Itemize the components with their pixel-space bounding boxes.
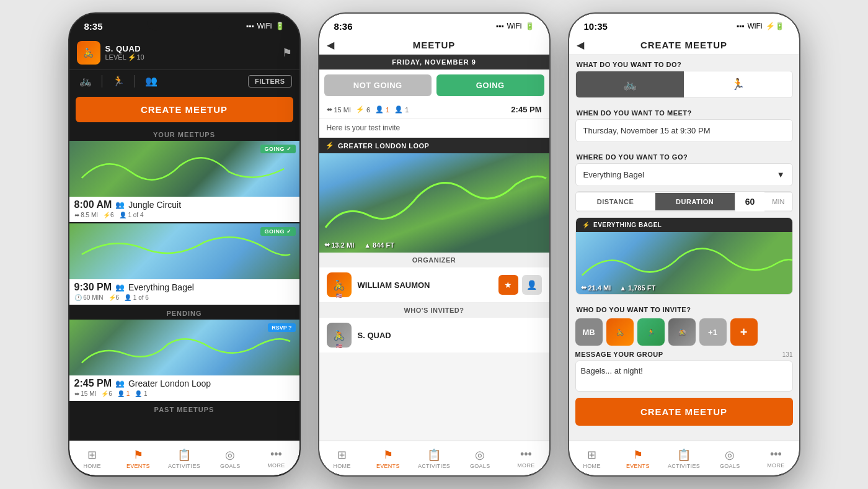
invite-av-p1[interactable]: 🚴 (606, 318, 634, 346)
invite-add-button[interactable]: + (730, 318, 758, 346)
invited-flag: 🇺🇸 (336, 343, 342, 349)
group-filter-icon[interactable]: 👥 (143, 74, 160, 88)
p2-action-row: NOT GOING GOING (319, 70, 549, 101)
divider-1 (102, 75, 102, 87)
home-icon-1: ⊞ (87, 448, 97, 462)
run-activity-btn[interactable]: 🏃 (684, 71, 792, 97)
p1-scroll[interactable]: YOUR MEETUPS 🚴 Tomorrow GOING ✓ (69, 127, 299, 441)
run-filter-icon[interactable]: 🏃 (110, 74, 127, 88)
nav-goals-2[interactable]: ◎ GOALS (457, 441, 503, 475)
detail-attendees-black: 👤 1 (394, 105, 409, 114)
stat-spots-jungle: 👤 1 of 4 (119, 212, 144, 218)
filters-button[interactable]: FILTERS (248, 75, 292, 87)
phone-1: 8:35 ▪▪▪ WiFi 🔋 🚴 S. QUAD LEVEL ⚡10 (68, 12, 301, 477)
create-meetup-button-1[interactable]: CREATE MEETUP (76, 97, 293, 122)
bottom-nav-3: ⊞ HOME ⚑ EVENTS 📋 ACTIVITIES ◎ GOALS ••• (569, 441, 799, 475)
nav-activities-3[interactable]: 📋 ACTIVITIES (661, 441, 707, 475)
nav-events-2[interactable]: ⚑ EVENTS (365, 441, 411, 475)
avatar-img-1: 🚴 (77, 41, 100, 65)
people-icon-london: 👥 (115, 379, 125, 388)
goals-icon-1: ◎ (225, 448, 235, 462)
nav-goals-3[interactable]: ◎ GOALS (707, 441, 753, 475)
route-icon-p2: ⚡ (326, 141, 335, 150)
more-label-3: MORE (767, 462, 784, 469)
people-icon-bagel: 👥 (115, 283, 125, 292)
duration-btn[interactable]: DURATION (655, 193, 735, 210)
nav-activities-2[interactable]: 📋 ACTIVITIES (411, 441, 457, 475)
events-icon-2: ⚑ (383, 448, 393, 462)
message-label: MESSAGE YOUR GROUP (575, 351, 663, 358)
stat-distance-london: ⬌ 15 MI (74, 390, 97, 397)
goals-icon-2: ◎ (475, 448, 485, 462)
invite-av-p3b[interactable]: 🚵 (668, 318, 696, 346)
nav-more-1[interactable]: ••• MORE (253, 441, 299, 475)
create-meetup-button-3[interactable]: CREATE MEETUP (575, 398, 793, 426)
message-label-row: MESSAGE YOUR GROUP 131 (575, 351, 793, 358)
nav-events-3[interactable]: ⚑ EVENTS (615, 441, 661, 475)
bike-filter-icon[interactable]: 🚲 (77, 74, 94, 88)
nav-events-1[interactable]: ⚑ EVENTS (115, 441, 161, 475)
events-label-2: EVENTS (376, 463, 400, 469)
filter-icons: 🚲 🏃 👥 (77, 74, 243, 88)
card-stats-london: ⬌ 15 MI ⚡6 👤 1 👤 1 (74, 389, 294, 398)
signal-icon: ▪▪▪ (246, 22, 254, 30)
back-arrow-2[interactable]: ◀ (327, 39, 334, 51)
detail-attendees-orange: 👤 1 (375, 105, 389, 114)
nav-activities-1[interactable]: 📋 ACTIVITIES (161, 441, 207, 475)
invite-av-plus[interactable]: +1 (699, 318, 727, 346)
organizer-star-button[interactable]: ★ (498, 275, 518, 295)
phone-1-inner: 8:35 ▪▪▪ WiFi 🔋 🚴 S. QUAD LEVEL ⚡10 (69, 14, 299, 475)
more-icon-2: ••• (520, 448, 532, 461)
meetup-card-bagel[interactable]: 🚴 Thursday, November 15 GOING ✓ 9:30 PM … (69, 223, 299, 305)
p2-title: MEETUP (413, 40, 456, 50)
bike-activity-btn[interactable]: 🚲 (576, 71, 684, 97)
organizer-name: WILLIAM SAUMON (358, 280, 492, 290)
nav-home-2[interactable]: ⊞ HOME (319, 441, 365, 475)
rsvp-badge-london[interactable]: RSVP ? (268, 323, 295, 332)
message-textarea[interactable]: Bagels... at night! (575, 361, 793, 392)
meetup-card-london[interactable]: 🚴 Starts in 6 h 9 min. RSVP ? 2:45 PM 👥 … (69, 320, 299, 401)
duration-selector: DISTANCE DURATION 60 MIN (575, 191, 793, 212)
nav-goals-1[interactable]: ◎ GOALS (207, 441, 253, 475)
activities-label-1: ACTIVITIES (168, 463, 200, 469)
invite-av-mb[interactable]: MB (575, 318, 603, 346)
route-stats-p3: ⬌ 21.4 MI ▲ 1,785 FT (581, 284, 656, 292)
phones-container: 8:35 ▪▪▪ WiFi 🔋 🚴 S. QUAD LEVEL ⚡10 (0, 0, 868, 489)
card-time-row-london: 2:45 PM 👥 Greater London Loop (74, 378, 294, 389)
organizer-section-label: ORGANIZER (319, 253, 549, 267)
signal-icon-2: ▪▪▪ (496, 22, 504, 30)
card-title-jungle: Jungle Circuit (128, 200, 181, 210)
distance-btn[interactable]: DISTANCE (576, 193, 655, 210)
nav-home-1[interactable]: ⊞ HOME (69, 441, 115, 475)
detail-time: 2:45 PM (511, 105, 541, 114)
back-arrow-3[interactable]: ◀ (577, 39, 584, 51)
activity-selector: 🚲 🏃 (575, 71, 793, 98)
nav-more-2[interactable]: ••• MORE (503, 441, 549, 475)
going-button[interactable]: GOING (436, 74, 544, 96)
flag-button-1[interactable]: ⚑ (282, 46, 292, 60)
nav-more-3[interactable]: ••• MORE (753, 441, 799, 475)
pending-label: PENDING (69, 306, 299, 320)
nav-home-3[interactable]: ⊞ HOME (569, 441, 615, 475)
organizer-buttons: ★ 👤 (498, 275, 542, 295)
battery-icon: 🔋 (275, 22, 285, 30)
stat-black-london: 👤 1 (135, 390, 147, 397)
not-going-button[interactable]: NOT GOING (324, 74, 432, 96)
stat-distance-jungle: ⬌ 8.5 MI (74, 212, 99, 218)
p2-detail-row: ⬌ 15 MI ⚡6 👤 1 👤 1 2:45 PM (319, 101, 549, 119)
status-icons-2: ▪▪▪ WiFi 🔋 (496, 22, 534, 30)
wifi-icon: WiFi (257, 22, 272, 30)
card-map-jungle: 🚴 Tomorrow GOING ✓ (69, 141, 299, 197)
notch-1 (147, 14, 221, 31)
map-bg-london (69, 320, 299, 375)
invite-av-p2[interactable]: 🏃 (637, 318, 665, 346)
organizer-profile-button[interactable]: 👤 (522, 275, 542, 295)
where-dropdown[interactable]: Everything Bagel ▼ (575, 163, 793, 186)
meetup-card-jungle[interactable]: 🚴 Tomorrow GOING ✓ 8:00 AM 👥 Jungle Circ… (69, 141, 299, 222)
p3-scroll[interactable]: WHAT DO YOU WANT TO DO? 🚲 🏃 WHEN DO YOU … (569, 55, 799, 441)
user-avatar-1: 🚴 (77, 41, 100, 65)
when-field[interactable]: Thursday, November 15 at 9:30 PM (575, 119, 793, 142)
invited-name: S. QUAD (358, 331, 391, 340)
stat-orange-london: 👤 1 (117, 390, 130, 397)
going-badge-jungle: GOING ✓ (260, 145, 295, 153)
